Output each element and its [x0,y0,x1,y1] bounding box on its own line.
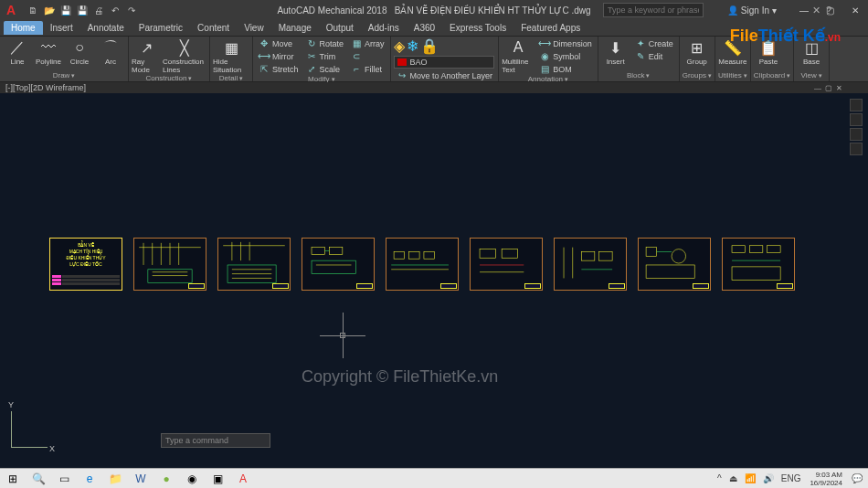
nav-wheel-icon[interactable] [850,99,863,111]
tab-view[interactable]: View [237,21,271,35]
tab-content[interactable]: Content [190,21,237,35]
explorer-icon[interactable]: 📁 [102,470,128,488]
bom-button[interactable]: ▤BOM [536,63,595,75]
circle-button[interactable]: ○Circle [65,37,94,66]
tab-parametric[interactable]: Parametric [132,21,190,35]
sheet-4[interactable] [302,238,375,291]
navigation-bar [850,99,863,155]
taskview-icon[interactable]: ▭ [51,470,77,488]
maximize-button[interactable]: ▢ [817,1,842,19]
rotate-button[interactable]: ↻Rotate [303,37,347,49]
layer-freeze-icon[interactable]: ❄ [407,37,418,55]
layer-prop-icon[interactable]: ◈ [394,37,405,55]
edit-button[interactable]: ✎Edit [632,50,676,62]
minimize-button[interactable]: — [791,1,817,19]
app1-icon[interactable]: ● [153,470,179,488]
tab-a360[interactable]: A360 [407,21,442,35]
tray-up-icon[interactable]: ^ [715,473,724,483]
search-taskbar-icon[interactable]: 🔍 [26,470,51,488]
symbol-button[interactable]: ◉Symbol [536,50,595,62]
doc-close-icon[interactable]: ✕ [836,84,842,92]
saveas-icon[interactable]: 💾 [75,3,90,17]
insert-button[interactable]: ⬇Insert [601,37,630,66]
undo-icon[interactable]: ↶ [108,3,122,17]
new-icon[interactable]: 🗎 [26,3,40,17]
fillet-button[interactable]: ⌐Fillet [348,63,387,75]
panel-utilities-label[interactable]: Utilities [718,71,747,80]
nav-orbit-icon[interactable] [850,143,863,155]
offset-button[interactable]: ⊂ [348,50,387,62]
arc-label: Arc [105,58,116,66]
chrome-icon[interactable]: ◉ [179,470,205,488]
doc-max-icon[interactable]: ▢ [825,84,832,92]
array-button[interactable]: ▦Array [348,37,387,49]
start-button[interactable]: ⊞ [0,470,26,488]
sheet-2[interactable] [133,238,206,291]
edge-icon[interactable]: e [77,470,102,488]
polyline-button[interactable]: 〰Polyline [34,37,63,66]
word-icon[interactable]: W [128,470,153,488]
mirror-button[interactable]: ⟷Mirror [256,50,302,62]
panel-clipboard-label[interactable]: Clipboard [754,71,790,80]
tab-featured[interactable]: Featured Apps [513,21,587,35]
notifications-icon[interactable]: 💬 [850,473,864,483]
tab-addins[interactable]: Add-ins [361,21,407,35]
tab-home[interactable]: Home [4,21,43,35]
dimension-button[interactable]: ⟷Dimension [536,37,595,49]
panel-block-label[interactable]: Block [601,71,676,80]
trim-button[interactable]: ✂Trim [303,50,347,62]
open-icon[interactable]: 📂 [42,3,57,17]
arc-button[interactable]: ⌒Arc [96,37,125,66]
layer-dropdown[interactable]: BAO [394,56,494,69]
clock[interactable]: 9:03 AM 16/9/2024 [806,471,846,487]
sheet-5[interactable] [386,238,459,291]
redo-icon[interactable]: ↷ [124,3,139,17]
mtext-button[interactable]: AMultiline Text [502,37,535,74]
panel-groups-label[interactable]: Groups [683,71,712,80]
stretch-icon: ⇱ [259,64,270,75]
panel-draw-label[interactable]: Draw [3,71,125,80]
tray-network-icon[interactable]: 📶 [743,473,757,483]
sheet-3[interactable] [217,238,291,291]
group-button[interactable]: ⊞Group [683,37,712,66]
scale-button[interactable]: ⤢Scale [303,63,347,75]
tray-lang[interactable]: ENG [779,473,803,483]
line-button[interactable]: ／Line [3,37,32,66]
close-button[interactable]: ✕ [842,1,868,19]
tab-output[interactable]: Output [319,21,361,35]
signin-button[interactable]: 👤 Sign In ▾ [727,5,777,16]
doc-min-icon[interactable]: — [814,84,821,92]
tab-insert[interactable]: Insert [43,21,80,35]
nav-pan-icon[interactable] [850,113,863,126]
save-icon[interactable]: 💾 [58,3,73,17]
move-button[interactable]: ✥Move [256,37,302,49]
tab-express[interactable]: Express Tools [442,21,513,35]
app2-icon[interactable]: ▣ [205,470,230,488]
sheet-7[interactable] [554,238,627,291]
ray-button[interactable]: ↗Ray Mode [132,37,161,74]
app-logo-icon[interactable]: A [2,1,20,19]
drawing-canvas[interactable]: BẢN VẼ MẠCH TÍN HIỆU ĐIỀU KHIỂN THỦY LỰC… [0,93,868,470]
nav-zoom-icon[interactable] [850,128,863,141]
sheet-9[interactable] [722,238,795,291]
command-line[interactable]: Type a command [161,433,270,448]
hide-button[interactable]: ▦Hide Situation [213,37,249,74]
viewport-label[interactable]: [-][Top][2D Wireframe] [5,83,86,92]
tray-volume-icon[interactable]: 🔊 [761,473,776,483]
sheet-8[interactable] [638,238,711,291]
sheet-6[interactable] [470,238,543,291]
sheet-1-cover[interactable]: BẢN VẼ MẠCH TÍN HIỆU ĐIỀU KHIỂN THỦY LỰC… [49,238,122,291]
clines-button[interactable]: ╳Construction Lines [163,37,206,74]
layer-lock-icon[interactable]: 🔒 [420,37,439,55]
plot-icon[interactable]: 🖨 [91,3,106,17]
create-button[interactable]: ✦Create [632,37,676,49]
tray-usb-icon[interactable]: ⏏ [727,473,739,483]
tab-manage[interactable]: Manage [271,21,319,35]
help-search-input[interactable] [603,3,704,17]
tab-annotate[interactable]: Annotate [80,21,132,35]
autocad-taskbar-icon[interactable]: A [230,470,256,488]
move-layer-button[interactable]: ↪Move to Another Layer [394,69,496,81]
stretch-button[interactable]: ⇱Stretch [256,63,302,75]
svg-rect-42 [767,246,780,253]
panel-view-label[interactable]: View [797,71,826,80]
